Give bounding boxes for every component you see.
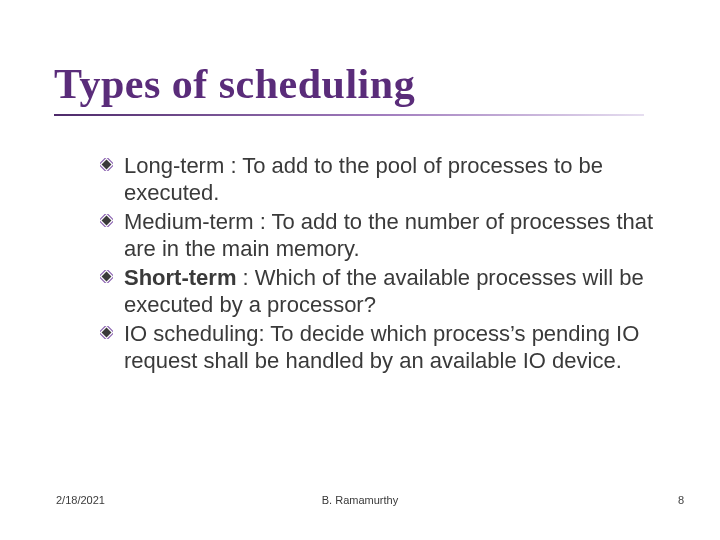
title-area: Types of scheduling bbox=[0, 0, 720, 116]
list-item: Medium-term : To add to the number of pr… bbox=[100, 208, 664, 262]
list-item: Long-term : To add to the pool of proces… bbox=[100, 152, 664, 206]
diamond-bullet-icon bbox=[100, 214, 113, 227]
diamond-bullet-icon bbox=[100, 270, 113, 283]
footer-author: B. Ramamurthy bbox=[0, 494, 720, 506]
bullet-text: Long-term : To add to the pool of proces… bbox=[124, 153, 603, 205]
body-area: Long-term : To add to the pool of proces… bbox=[0, 116, 720, 374]
list-item: Short-term : Which of the available proc… bbox=[100, 264, 664, 318]
bullet-text: IO scheduling: To decide which process’s… bbox=[124, 321, 639, 373]
diamond-bullet-icon bbox=[100, 158, 113, 171]
diamond-bullet-icon bbox=[100, 326, 113, 339]
slide-title: Types of scheduling bbox=[54, 60, 720, 108]
slide: Types of scheduling Long-term : To add t… bbox=[0, 0, 720, 540]
bullet-bold: Short-term bbox=[124, 265, 236, 290]
bullet-list: Long-term : To add to the pool of proces… bbox=[100, 152, 664, 374]
bullet-text: Medium-term : To add to the number of pr… bbox=[124, 209, 653, 261]
footer-page-number: 8 bbox=[678, 494, 684, 506]
list-item: IO scheduling: To decide which process’s… bbox=[100, 320, 664, 374]
